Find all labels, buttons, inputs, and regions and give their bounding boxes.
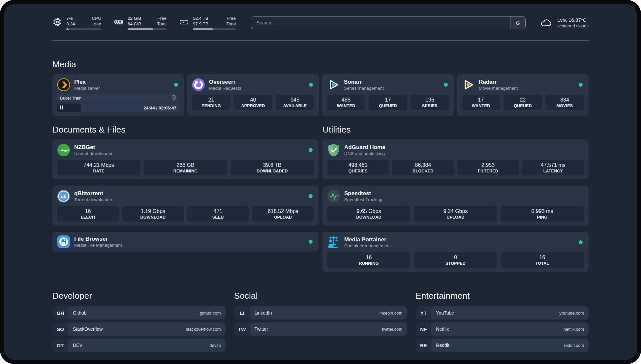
service-card-nzbget[interactable]: nzbget NZBGet Usenet downloader 744.21 M… [52, 139, 319, 179]
plex-icon [57, 78, 70, 91]
speedtest-icon [327, 190, 340, 203]
cpu-widget: 7%CPU 3.24Load [52, 15, 101, 30]
stat-queries: 498,461QUERIES [327, 160, 389, 175]
pause-icon [60, 105, 63, 111]
disk-icon [179, 17, 189, 27]
stat-queued: 22QUEUED [504, 95, 542, 110]
bookmark-group-entertainment: Entertainment YT YouTubeyoutube.com NF N… [415, 291, 589, 352]
cpu-usage-label: CPU [92, 15, 101, 21]
stat-filtered: 2,953FILTERED [457, 160, 519, 175]
media-view-icon[interactable] [171, 95, 176, 101]
service-card-portainer[interactable]: Media Portainer Container management 16R… [322, 232, 589, 272]
service-card-plex[interactable]: Plex Media server Bullet Train [52, 74, 184, 116]
service-subtitle: Container management [344, 243, 391, 249]
stat-seed: 471SEED [187, 206, 249, 222]
stat-running: 16RUNNING [327, 252, 411, 268]
service-card-radarr[interactable]: Radarr Movie management 17WANTED 22QUEUE… [457, 74, 589, 116]
stat-wanted: 17WANTED [462, 95, 500, 110]
media-progress-fill [57, 104, 81, 112]
disk-total-label: Total [226, 21, 236, 27]
service-card-speedtest[interactable]: Speedtest Speedtest Tracking 9.65 GbpsDO… [322, 186, 589, 226]
memory-free-label: Free [157, 15, 167, 21]
disk-progress-track [193, 28, 236, 30]
service-subtitle: Torrent downloader [74, 197, 112, 202]
cpu-icon [52, 17, 62, 27]
memory-progress-fill [128, 28, 153, 30]
media-progress-track: 24:44 / 02:06:47 [57, 104, 179, 112]
service-card-overseerr[interactable]: Overseerr Media Requests 21PENDING 40APP… [187, 74, 319, 116]
stat-downloaded: 39.6 TBDOWNLOADED [230, 160, 314, 175]
bookmark-github[interactable]: GH Githubgithub.com [52, 306, 226, 319]
resource-widgets: 7%CPU 3.24Load 22 [52, 15, 236, 30]
plex-now-playing-widget: Bullet Train 24:44 / 02:06:47 [57, 94, 179, 112]
service-card-filebrowser[interactable]: File Browser Media File Management [52, 232, 319, 252]
status-online-dot [309, 194, 313, 198]
top-bar: 7%CPU 3.24Load 22 [52, 14, 589, 31]
svg-text:qb: qb [61, 194, 67, 199]
qbittorrent-icon: qb [57, 190, 70, 203]
stat-remaining: 266 GBREMAINING [144, 160, 227, 175]
service-title: Media Portainer [344, 236, 391, 243]
media-cards: Plex Media server Bullet Train [52, 74, 589, 116]
stat-latency: 47.571 msLATENCY [522, 160, 584, 175]
bookmark-twitter[interactable]: TW Twittertwitter.com [234, 322, 407, 336]
service-title: File Browser [74, 236, 122, 242]
section-heading-entertainment: Entertainment [415, 291, 589, 301]
now-playing-title: Bullet Train [60, 96, 81, 101]
stat-ping: 0.993 msPING [501, 206, 584, 222]
disk-progress-fill [193, 28, 213, 30]
search-provider-button[interactable]: G [510, 16, 525, 29]
bookmark-netflix[interactable]: NF Netflixnetflix.com [415, 322, 589, 336]
search-bar: G [251, 16, 526, 29]
service-card-adguard[interactable]: AdGuard Home DNS and adblocking 498,461Q… [322, 139, 589, 179]
service-title: Speedtest [344, 190, 382, 197]
section-heading-developer: Developer [52, 291, 226, 301]
service-title: Plex [74, 79, 100, 85]
radarr-icon [462, 78, 475, 91]
service-title: Sonarr [344, 79, 384, 85]
status-online-dot [579, 240, 583, 244]
overseerr-icon [192, 78, 205, 91]
stat-available: 945AVAILABLE [276, 95, 314, 110]
stat-upload: 9.24 GbpsUPLOAD [414, 206, 497, 222]
service-subtitle: Speedtest Tracking [344, 197, 382, 202]
bookmark-group-social: Social LI LinkedInlinkedin.com TW Twitte… [234, 291, 407, 352]
cpu-progress-track [66, 28, 101, 30]
memory-total-label: Total [157, 21, 167, 27]
stat-upload: 618.52 MbpsUPLOAD [252, 206, 314, 222]
service-title: Radarr [479, 79, 518, 85]
bookmark-youtube[interactable]: YT YouTubeyoutube.com [415, 306, 589, 319]
status-online-dot [309, 83, 313, 87]
header-divider [52, 41, 589, 41]
bookmark-group-developer: Developer GH Githubgithub.com SO StackOv… [52, 291, 226, 352]
stat-series: 196SERIES [411, 95, 449, 110]
service-card-qbittorrent[interactable]: qb qBittorrent Torrent downloader 16LEEC… [52, 186, 319, 226]
service-card-sonarr[interactable]: Sonarr Series management 485WANTED 17QUE… [322, 74, 454, 116]
service-subtitle: DNS and adblocking [344, 151, 385, 156]
service-title: NZBGet [74, 144, 112, 151]
weather-condition: scattered clouds [557, 23, 589, 29]
bookmark-reddit[interactable]: RE Redditreddit.com [415, 339, 589, 352]
service-title: Overseerr [209, 79, 241, 85]
bookmark-linkedin[interactable]: LI LinkedInlinkedin.com [234, 306, 407, 319]
memory-total-value: 64 GiB [128, 21, 141, 27]
stat-download: 1.19 GbpsDOWNLOAD [122, 206, 184, 222]
stat-total: 16TOTAL [501, 252, 584, 268]
stat-pending: 21PENDING [192, 95, 230, 110]
memory-progress-track [128, 28, 167, 30]
stat-approved: 40APPROVED [234, 95, 272, 110]
service-title: AdGuard Home [344, 144, 385, 151]
cpu-load-value: 3.24 [66, 21, 75, 27]
service-subtitle: Usenet downloader [74, 151, 112, 156]
nzbget-icon: nzbget [57, 143, 70, 157]
bookmark-stackoverflow[interactable]: SO StackOverflowstackoverflow.com [52, 322, 226, 336]
section-heading-social: Social [234, 291, 407, 301]
cpu-progress-fill [66, 28, 69, 30]
service-subtitle: Series management [344, 85, 384, 91]
bookmark-dev[interactable]: DT DEVdev.to [52, 339, 226, 352]
status-online-dot [444, 83, 448, 87]
status-online-dot [579, 83, 583, 87]
search-input[interactable] [251, 16, 510, 29]
status-online-dot [174, 83, 178, 87]
portainer-icon [327, 236, 340, 249]
